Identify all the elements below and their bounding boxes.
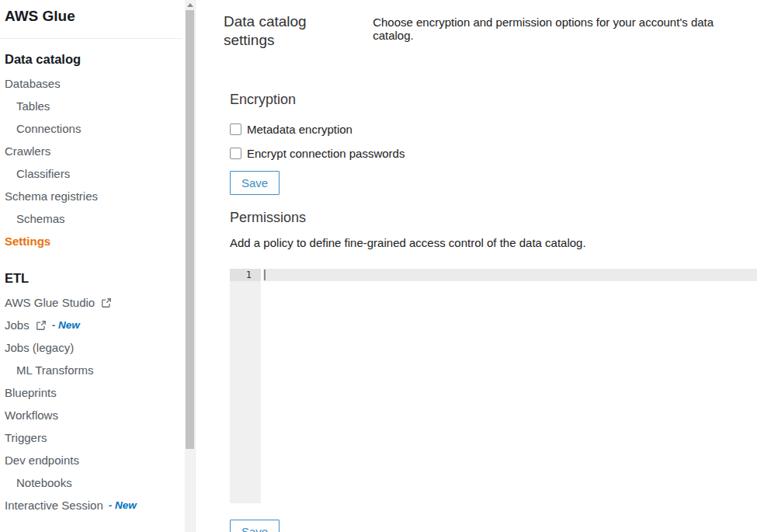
sidebar-item-jobs-legacy[interactable]: Jobs (legacy) [5,336,185,359]
metadata-encryption-checkbox[interactable] [230,123,241,135]
sidebar-item-label: Triggers [5,431,47,444]
editor-line-number-gutter: 1 [230,269,261,503]
scroll-up-button[interactable] [185,0,195,9]
sidebar-item-interactive-session[interactable]: Interactive Session - New [5,494,185,516]
sidebar-item-notebooks[interactable]: Notebooks [5,471,185,494]
sidebar-item-schemas[interactable]: Schemas [5,207,185,230]
external-link-icon [101,297,112,308]
sidebar-item-tables[interactable]: Tables [5,95,185,117]
sidebar-item-ml-transforms[interactable]: ML Transforms [5,359,185,381]
sidebar-item-classifiers[interactable]: Classifiers [5,162,185,185]
metadata-encryption-row: Metadata encryption [230,120,757,138]
sidebar-item-label: AWS Glue Studio [5,296,95,309]
main-content: Data catalog settings Choose encryption … [195,0,757,532]
sidebar-item-label: ML Transforms [16,363,93,377]
sidebar-item-label: Schemas [16,212,65,225]
editor-active-line [263,269,757,281]
sidebar-item-label: Connections [16,122,81,135]
sidebar-item-label: Databases [5,77,61,90]
page-subtitle: Choose encryption and permission options… [373,16,757,42]
sidebar-item-label: Classifiers [16,167,70,180]
sidebar-item-triggers[interactable]: Triggers [5,426,185,449]
permissions-description: Add a policy to define fine-grained acce… [230,236,757,250]
sidebar-item-workflows[interactable]: Workflows [5,404,185,426]
sidebar-item-label: Notebooks [16,476,72,489]
sidebar-item-label: Interactive Session [5,499,103,512]
sidebar-item-schema-registries[interactable]: Schema registries [5,185,185,207]
page-title: Data catalog settings [224,12,361,50]
encrypt-passwords-row: Encrypt connection passwords [230,144,757,162]
app-title: AWS Glue [5,0,185,25]
sidebar-item-settings[interactable]: Settings [5,230,185,252]
sidebar-section-heading-etl: ETL [5,271,185,285]
sidebar-item-label: Jobs [5,318,30,332]
scrollbar-thumb[interactable] [186,10,194,449]
external-link-icon [36,320,47,331]
sidebar-item-jobs[interactable]: Jobs - New [5,314,185,336]
new-badge: - New [109,499,137,511]
sidebar-item-label: Dev endpoints [5,454,79,467]
sidebar-item-label: Jobs (legacy) [5,341,74,354]
encrypt-passwords-checkbox[interactable] [230,148,241,159]
permissions-section-heading: Permissions [230,210,757,225]
scroll-up-arrow-icon [187,3,193,7]
metadata-encryption-label: Metadata encryption [247,123,352,136]
sidebar-item-blueprints[interactable]: Blueprints [5,381,185,404]
sidebar: AWS Glue Data catalog Databases Tables C… [0,0,185,532]
policy-code-editor[interactable]: 1 [230,269,757,503]
sidebar-divider [0,38,182,39]
sidebar-item-aws-glue-studio[interactable]: AWS Glue Studio [5,291,185,314]
sidebar-nav-etl: AWS Glue Studio Jobs - New Jobs (legacy)… [5,291,185,516]
sidebar-item-crawlers[interactable]: Crawlers [5,140,185,162]
sidebar-item-label: Blueprints [5,386,57,399]
editor-line-number: 1 [230,269,261,281]
sidebar-item-databases[interactable]: Databases [5,72,185,95]
sidebar-scrollbar[interactable] [185,0,195,532]
sidebar-item-label: Workflows [5,409,58,422]
encryption-section-heading: Encryption [230,92,757,107]
editor-text-cursor [264,269,266,280]
encrypt-passwords-label: Encrypt connection passwords [247,147,405,160]
sidebar-item-label: Schema registries [5,190,98,203]
new-badge: - New [52,319,80,331]
sidebar-section-heading-data-catalog: Data catalog [5,52,185,66]
sidebar-item-dev-endpoints[interactable]: Dev endpoints [5,449,185,471]
encryption-save-button[interactable]: Save [230,171,280,195]
sidebar-item-connections[interactable]: Connections [5,117,185,140]
sidebar-item-label: Crawlers [5,144,50,158]
sidebar-item-label: Settings [5,235,50,248]
permissions-save-button[interactable]: Save [230,520,280,532]
page-header: Data catalog settings Choose encryption … [224,12,757,50]
sidebar-item-label: Tables [16,99,50,113]
sidebar-nav-data-catalog: Databases Tables Connections Crawlers Cl… [5,72,185,252]
